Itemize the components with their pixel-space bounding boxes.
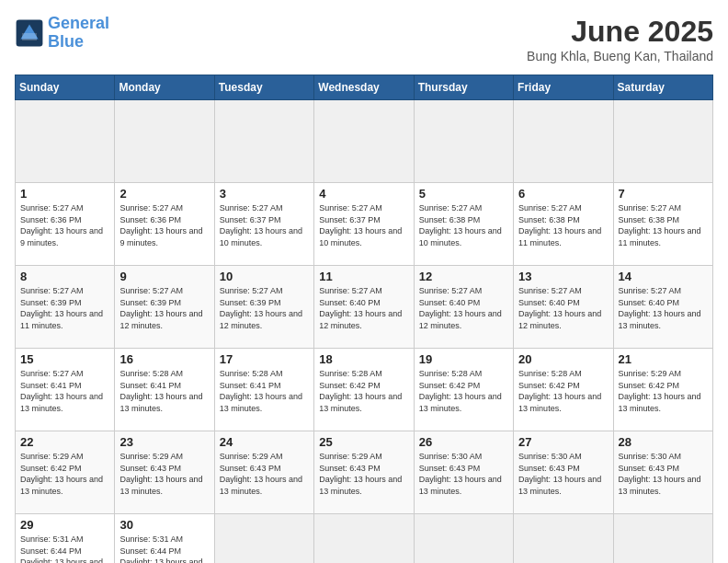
day-number: 29 [20, 518, 109, 532]
weekday-header-tuesday: Tuesday [214, 75, 313, 100]
cell-content: Sunrise: 5:28 AMSunset: 6:41 PMDaylight:… [119, 368, 209, 414]
cell-content: Sunrise: 5:31 AMSunset: 6:44 PMDaylight:… [119, 534, 209, 563]
calendar-cell [115, 100, 214, 183]
cell-content: Sunrise: 5:27 AMSunset: 6:38 PMDaylight:… [518, 202, 608, 248]
cell-content: Sunrise: 5:27 AMSunset: 6:39 PMDaylight:… [20, 285, 109, 331]
cell-content: Sunrise: 5:27 AMSunset: 6:40 PMDaylight:… [419, 285, 508, 331]
cell-content: Sunrise: 5:28 AMSunset: 6:42 PMDaylight:… [419, 368, 508, 414]
calendar-cell: 3Sunrise: 5:27 AMSunset: 6:37 PMDaylight… [214, 183, 313, 266]
calendar-cell: 21Sunrise: 5:29 AMSunset: 6:42 PMDayligh… [613, 349, 712, 431]
calendar-cell [214, 514, 313, 564]
cell-content: Sunrise: 5:27 AMSunset: 6:41 PMDaylight:… [20, 368, 109, 414]
day-number: 1 [20, 187, 109, 201]
day-number: 18 [319, 352, 408, 366]
calendar-cell [414, 514, 513, 564]
calendar-cell [16, 100, 115, 183]
calendar-cell: 26Sunrise: 5:30 AMSunset: 6:43 PMDayligh… [414, 431, 513, 514]
day-number: 28 [619, 435, 708, 449]
title-area: June 2025 Bung Khla, Bueng Kan, Thailand [527, 15, 713, 63]
calendar-cell: 16Sunrise: 5:28 AMSunset: 6:41 PMDayligh… [115, 349, 214, 431]
svg-rect-2 [22, 33, 37, 40]
day-number: 25 [319, 435, 408, 449]
day-number: 27 [518, 435, 608, 449]
day-number: 24 [220, 435, 309, 449]
weekday-header-friday: Friday [514, 75, 613, 100]
weekday-header-monday: Monday [115, 75, 214, 100]
week-row-2: 1Sunrise: 5:27 AMSunset: 6:36 PMDaylight… [16, 183, 713, 266]
day-number: 26 [419, 435, 508, 449]
calendar-cell: 9Sunrise: 5:27 AMSunset: 6:39 PMDaylight… [115, 266, 214, 349]
calendar-cell [514, 100, 613, 183]
day-number: 20 [518, 352, 608, 366]
cell-content: Sunrise: 5:30 AMSunset: 6:43 PMDaylight:… [518, 451, 608, 497]
cell-content: Sunrise: 5:29 AMSunset: 6:43 PMDaylight:… [319, 451, 408, 497]
cell-content: Sunrise: 5:28 AMSunset: 6:42 PMDaylight:… [319, 368, 408, 414]
calendar-cell: 8Sunrise: 5:27 AMSunset: 6:39 PMDaylight… [16, 266, 115, 349]
cell-content: Sunrise: 5:27 AMSunset: 6:39 PMDaylight:… [220, 285, 309, 331]
cell-content: Sunrise: 5:30 AMSunset: 6:43 PMDaylight:… [419, 451, 508, 497]
calendar-cell: 20Sunrise: 5:28 AMSunset: 6:42 PMDayligh… [514, 349, 613, 431]
day-number: 3 [220, 187, 309, 201]
day-number: 6 [518, 187, 608, 201]
day-number: 10 [220, 270, 309, 283]
header: General Blue June 2025 Bung Khla, Bueng … [15, 15, 713, 63]
calendar-cell: 5Sunrise: 5:27 AMSunset: 6:38 PMDaylight… [414, 183, 513, 266]
day-number: 5 [419, 187, 508, 201]
calendar-cell: 25Sunrise: 5:29 AMSunset: 6:43 PMDayligh… [314, 431, 414, 514]
calendar-cell: 29Sunrise: 5:31 AMSunset: 6:44 PMDayligh… [16, 514, 115, 564]
calendar-cell: 12Sunrise: 5:27 AMSunset: 6:40 PMDayligh… [414, 266, 513, 349]
calendar-cell: 1Sunrise: 5:27 AMSunset: 6:36 PMDaylight… [16, 183, 115, 266]
calendar-cell: 10Sunrise: 5:27 AMSunset: 6:39 PMDayligh… [214, 266, 313, 349]
calendar-cell: 23Sunrise: 5:29 AMSunset: 6:43 PMDayligh… [115, 431, 214, 514]
calendar-cell [514, 514, 613, 564]
day-number: 23 [119, 435, 209, 449]
calendar-cell [613, 514, 712, 564]
month-title: June 2025 [527, 15, 713, 49]
day-number: 2 [119, 187, 209, 201]
day-number: 22 [20, 435, 109, 449]
week-row-6: 29Sunrise: 5:31 AMSunset: 6:44 PMDayligh… [16, 514, 713, 564]
cell-content: Sunrise: 5:29 AMSunset: 6:42 PMDaylight:… [619, 368, 708, 414]
cell-content: Sunrise: 5:31 AMSunset: 6:44 PMDaylight:… [20, 534, 109, 563]
cell-content: Sunrise: 5:28 AMSunset: 6:41 PMDaylight:… [220, 368, 309, 414]
cell-content: Sunrise: 5:27 AMSunset: 6:39 PMDaylight:… [119, 285, 209, 331]
day-number: 15 [20, 352, 109, 366]
calendar-cell: 14Sunrise: 5:27 AMSunset: 6:40 PMDayligh… [613, 266, 712, 349]
cell-content: Sunrise: 5:28 AMSunset: 6:42 PMDaylight:… [518, 368, 608, 414]
calendar-cell [314, 514, 414, 564]
cell-content: Sunrise: 5:27 AMSunset: 6:37 PMDaylight:… [220, 202, 309, 248]
header-row: SundayMondayTuesdayWednesdayThursdayFrid… [16, 75, 713, 100]
calendar-table: SundayMondayTuesdayWednesdayThursdayFrid… [15, 75, 713, 563]
calendar-cell [314, 100, 414, 183]
calendar-cell [414, 100, 513, 183]
cell-content: Sunrise: 5:29 AMSunset: 6:43 PMDaylight:… [220, 451, 309, 497]
day-number: 16 [119, 352, 209, 366]
day-number: 8 [20, 270, 109, 283]
logo: General Blue [15, 15, 109, 52]
calendar-cell: 7Sunrise: 5:27 AMSunset: 6:38 PMDaylight… [613, 183, 712, 266]
week-row-5: 22Sunrise: 5:29 AMSunset: 6:42 PMDayligh… [16, 431, 713, 514]
day-number: 9 [119, 270, 209, 283]
week-row-1 [16, 100, 713, 183]
calendar-cell: 28Sunrise: 5:30 AMSunset: 6:43 PMDayligh… [613, 431, 712, 514]
calendar-cell: 17Sunrise: 5:28 AMSunset: 6:41 PMDayligh… [214, 349, 313, 431]
day-number: 21 [619, 352, 708, 366]
cell-content: Sunrise: 5:27 AMSunset: 6:40 PMDaylight:… [619, 285, 708, 331]
calendar-cell: 4Sunrise: 5:27 AMSunset: 6:37 PMDaylight… [314, 183, 414, 266]
day-number: 17 [220, 352, 309, 366]
cell-content: Sunrise: 5:27 AMSunset: 6:38 PMDaylight:… [619, 202, 708, 248]
weekday-header-thursday: Thursday [414, 75, 513, 100]
weekday-header-sunday: Sunday [16, 75, 115, 100]
cell-content: Sunrise: 5:30 AMSunset: 6:43 PMDaylight:… [619, 451, 708, 497]
cell-content: Sunrise: 5:27 AMSunset: 6:36 PMDaylight:… [20, 202, 109, 248]
calendar-cell: 22Sunrise: 5:29 AMSunset: 6:42 PMDayligh… [16, 431, 115, 514]
calendar-cell: 6Sunrise: 5:27 AMSunset: 6:38 PMDaylight… [514, 183, 613, 266]
calendar-cell: 13Sunrise: 5:27 AMSunset: 6:40 PMDayligh… [514, 266, 613, 349]
day-number: 12 [419, 270, 508, 283]
cell-content: Sunrise: 5:27 AMSunset: 6:38 PMDaylight:… [419, 202, 508, 248]
day-number: 30 [119, 518, 209, 532]
cell-content: Sunrise: 5:29 AMSunset: 6:42 PMDaylight:… [20, 451, 109, 497]
day-number: 19 [419, 352, 508, 366]
calendar-cell: 18Sunrise: 5:28 AMSunset: 6:42 PMDayligh… [314, 349, 414, 431]
calendar-cell: 24Sunrise: 5:29 AMSunset: 6:43 PMDayligh… [214, 431, 313, 514]
